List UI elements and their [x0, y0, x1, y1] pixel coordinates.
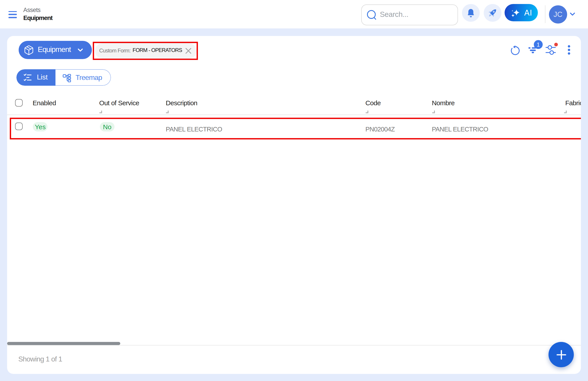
svg-text:1: 1 — [537, 41, 540, 47]
